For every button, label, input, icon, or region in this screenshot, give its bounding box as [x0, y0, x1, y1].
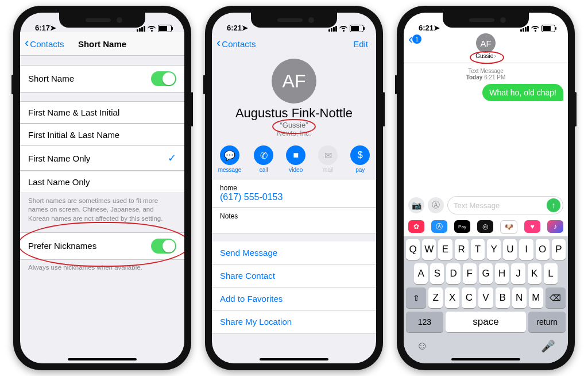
key-return[interactable]: return — [528, 312, 566, 332]
action-pay[interactable]: $pay — [350, 145, 370, 173]
keyboard-bottom-row: ☺ 🎤 — [406, 336, 566, 361]
contact-avatar[interactable]: AF — [272, 59, 316, 103]
nav-bar: ‹Contacts Short Name — [20, 32, 184, 56]
edit-button[interactable]: Edit — [353, 39, 368, 49]
cell-label: First Name Only — [28, 154, 90, 163]
conversation-body[interactable]: Text Message Today 6:21 PM What ho, old … — [404, 63, 568, 193]
key-l[interactable]: L — [544, 263, 558, 284]
emoji-button[interactable]: ☺ — [416, 339, 428, 353]
key-q[interactable]: Q — [406, 239, 420, 260]
app-music[interactable]: ♪ — [547, 220, 563, 233]
dictation-button[interactable]: 🎤 — [541, 339, 555, 353]
key-t[interactable]: T — [471, 239, 485, 260]
app-digital-touch[interactable]: ♥ — [524, 220, 540, 233]
camera-icon: 📷 — [412, 201, 421, 210]
app-drawer-button[interactable]: Ⓐ — [428, 197, 444, 213]
key-r[interactable]: R — [455, 239, 469, 260]
key-w[interactable]: W — [422, 239, 436, 260]
action-message[interactable]: 💬message — [218, 145, 242, 173]
app-animoji[interactable]: 🐶 — [500, 220, 517, 234]
key-k[interactable]: K — [528, 263, 541, 284]
camera-button[interactable]: 📷 — [408, 197, 424, 213]
prefer-footer: Always use nicknames when available. — [20, 260, 184, 273]
message-text-field[interactable]: Text Message ↑ — [447, 196, 563, 214]
key-y[interactable]: Y — [487, 239, 501, 260]
back-button[interactable]: ‹ 1 — [408, 34, 421, 44]
back-button[interactable]: ‹Contacts — [25, 39, 64, 49]
shift-icon: ⇧ — [413, 293, 420, 302]
notes-field[interactable]: Notes — [212, 208, 376, 233]
prefer-nicknames-group: Prefer Nicknames Always use nicknames wh… — [20, 232, 184, 272]
key-e[interactable]: E — [438, 239, 452, 260]
app-activity[interactable]: ◎ — [477, 220, 493, 233]
battery-icon — [158, 25, 172, 32]
option-first-only[interactable]: First Name Only ✓ — [20, 145, 184, 171]
options-footer: Short names are sometimes used to fit mo… — [20, 193, 184, 224]
key-123[interactable]: 123 — [406, 312, 443, 332]
key-j[interactable]: J — [511, 263, 525, 284]
prefer-nicknames-cell[interactable]: Prefer Nicknames — [20, 232, 184, 260]
cell-label: Short Name — [28, 74, 74, 83]
wifi-icon — [148, 26, 156, 32]
key-g[interactable]: G — [479, 263, 493, 284]
key-n[interactable]: N — [512, 287, 527, 308]
key-p[interactable]: P — [552, 239, 566, 260]
wifi-icon — [339, 26, 347, 32]
key-b[interactable]: B — [496, 287, 510, 308]
key-i[interactable]: I — [519, 239, 533, 260]
key-s[interactable]: S — [430, 263, 444, 284]
action-video[interactable]: ■video — [286, 145, 305, 173]
toggle-switch[interactable] — [151, 239, 176, 254]
home-indicator[interactable] — [68, 358, 137, 360]
app-apple-pay[interactable]: Pay — [454, 220, 470, 233]
phone-number[interactable]: (617) 555-0153 — [220, 192, 368, 202]
key-c[interactable]: C — [462, 287, 476, 308]
battery-icon — [350, 25, 363, 32]
contact-avatar[interactable]: AF — [476, 33, 496, 53]
action-call[interactable]: ✆call — [254, 145, 273, 173]
option-last-only[interactable]: Last Name Only — [20, 171, 184, 193]
option-first-last-initial[interactable]: First Name & Last Initial — [20, 101, 184, 124]
key-u[interactable]: U — [503, 239, 517, 260]
back-button[interactable]: ‹Contacts — [216, 39, 256, 49]
mail-icon: ✉ — [318, 145, 338, 165]
phone-settings: 6:17 ➤ ‹Contacts Short Name Short Name F… — [13, 6, 191, 370]
link-add-favorites[interactable]: Add to Favorites — [212, 287, 376, 310]
conversation-name[interactable]: Gussie› — [475, 53, 496, 59]
app-store[interactable]: Ⓐ — [431, 220, 447, 233]
app-photos[interactable]: ✿ — [408, 220, 424, 233]
send-button[interactable]: ↑ — [547, 198, 560, 212]
toggle-switch[interactable] — [151, 71, 176, 86]
option-first-initial-last[interactable]: First Initial & Last Name — [20, 124, 184, 146]
home-indicator[interactable] — [260, 358, 328, 360]
home-indicator[interactable] — [451, 358, 520, 360]
key-h[interactable]: H — [495, 263, 509, 284]
message-input-bar: 📷 Ⓐ Text Message ↑ — [404, 193, 568, 218]
link-share-location[interactable]: Share My Location — [212, 310, 376, 333]
key-f[interactable]: F — [463, 263, 477, 284]
key-a[interactable]: A — [414, 263, 428, 284]
phone-contact-card: 6:21 ➤ ‹Contacts Edit AF Augustus Fink-N… — [205, 6, 383, 370]
key-v[interactable]: V — [478, 287, 493, 308]
key-d[interactable]: D — [446, 263, 460, 284]
key-space[interactable]: space — [446, 312, 527, 332]
phone-home-field[interactable]: home (617) 555-0153 — [212, 179, 376, 208]
link-send-message[interactable]: Send Message — [212, 241, 376, 264]
field-label: home — [220, 184, 368, 192]
key-o[interactable]: O — [536, 239, 550, 260]
placeholder-text: Text Message — [454, 201, 500, 210]
field-label: Notes — [220, 212, 368, 220]
key-z[interactable]: Z — [428, 287, 443, 308]
key-delete[interactable]: ⌫ — [546, 287, 566, 308]
key-shift[interactable]: ⇧ — [406, 287, 426, 308]
key-x[interactable]: X — [445, 287, 459, 308]
short-name-toggle-cell[interactable]: Short Name — [20, 65, 184, 93]
unread-badge: 1 — [412, 34, 421, 44]
key-m[interactable]: M — [529, 287, 543, 308]
status-time: 6:17 ➤ — [35, 24, 56, 32]
notch — [59, 13, 145, 28]
key-row-3: ⇧ Z X C V B N M ⌫ — [406, 287, 566, 308]
nav-bar: ‹Contacts Edit — [212, 32, 376, 55]
sent-message-bubble[interactable]: What ho, old chap! — [482, 84, 563, 101]
link-share-contact[interactable]: Share Contact — [212, 264, 376, 287]
